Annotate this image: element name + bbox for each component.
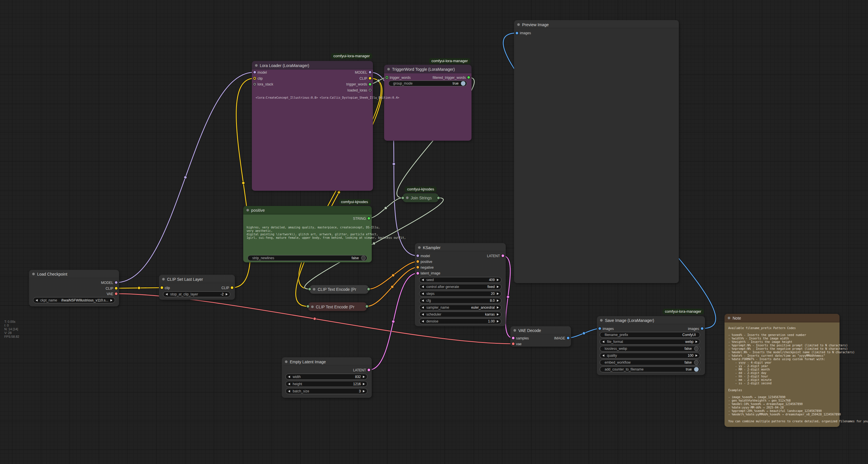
graph-canvas[interactable]: Load CheckpointMODELCLIPVAEckpt_nameil\w… [0, 0, 868, 464]
wire-middot-ckpt-vae-to-vaedecode[interactable] [313, 317, 316, 320]
wire-middot-positive-cond-to-ksampler[interactable] [392, 274, 395, 277]
wire-middot-vaedecode-image-to-saveimage[interactable] [583, 332, 585, 335]
stats-line: FPS:58.82 [4, 335, 19, 339]
wire-middot-negative-cond-to-ksampler[interactable] [391, 285, 394, 288]
stats-line: N: 14 [14] [4, 327, 19, 331]
wire-middot-ckpt-model-to-lora[interactable] [184, 176, 187, 179]
stats-line: V: 28 [4, 331, 19, 335]
wire-middot-ksampler-latent-to-vaedecode[interactable] [506, 295, 509, 298]
node-pack-badge: comfyui-kjnodes [405, 186, 437, 192]
link-wires [0, 0, 868, 464]
wire-middot-lora-clip-to-positive-encode[interactable] [338, 182, 341, 185]
wire-middot-saveimage-to-preview[interactable] [608, 179, 611, 182]
wire-middot-positive-string-to-joinstrings[interactable] [384, 207, 387, 209]
wire-middot-toggle-filtered-to-joinstrings[interactable] [434, 136, 437, 139]
wire-middot-joinstrings-to-positive-encode[interactable] [373, 242, 375, 245]
wire-middot-ckpt-clip-to-setlayer[interactable] [138, 287, 141, 289]
perf-stats: T: 0.00sI: 0N: 14 [14]V: 28FPS:58.82 [4, 320, 19, 339]
stats-line: I: 0 [4, 324, 19, 327]
node-pack-badge: comfyui-lora-manager [662, 309, 704, 314]
wire-middot-setlayer-clip-to-lora[interactable] [242, 181, 245, 184]
node-pack-badge: comfyui-kjnodes [338, 199, 371, 205]
wire-middot-lora-clip-to-negative-encode[interactable] [338, 191, 340, 194]
stats-line: T: 0.00s [4, 320, 19, 324]
node-pack-badge: comfyui-lora-manager [429, 58, 470, 64]
wire-middot-lora-triggerwords-to-toggle[interactable] [377, 79, 380, 82]
wire-middot-emptylatent-to-ksampler[interactable] [392, 320, 395, 323]
node-pack-badge: comfyui-lora-manager [331, 53, 372, 59]
wire-middot-lora-model-to-ksampler[interactable] [393, 163, 395, 166]
